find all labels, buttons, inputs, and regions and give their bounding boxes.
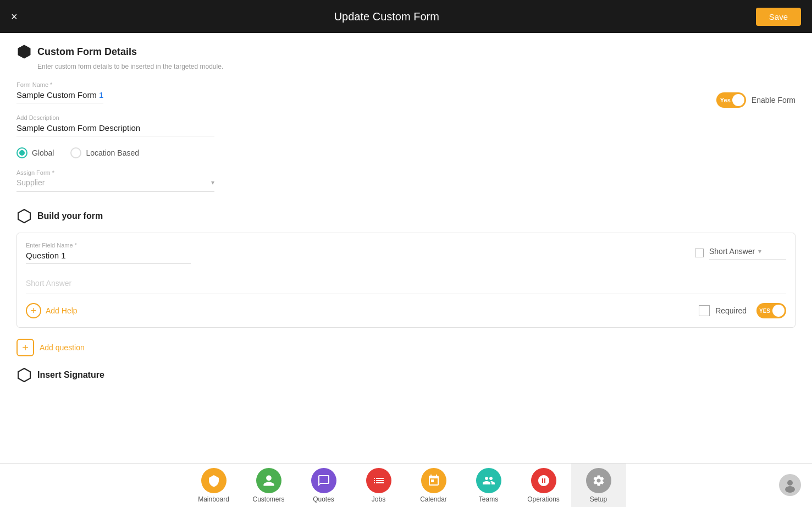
add-help-label: Add Help: [46, 306, 78, 315]
nav-label-calendar: Calendar: [420, 495, 447, 503]
nav-item-operations[interactable]: Operations: [516, 464, 571, 508]
required-toggle-knob: [772, 305, 785, 317]
question-card: Enter Field Name * Question 1 Short Answ…: [16, 233, 796, 328]
form-name-highlight: 1: [99, 90, 103, 100]
teams-icon: [476, 468, 501, 493]
nav-item-setup[interactable]: Setup: [571, 464, 626, 508]
page-title: Update Custom Form: [334, 10, 439, 23]
jobs-icon: [366, 468, 391, 493]
question-field-label: Enter Field Name *: [26, 242, 695, 249]
assign-form-select[interactable]: Supplier ▾: [16, 178, 214, 192]
dropdown-arrow-icon: ▾: [211, 179, 214, 186]
add-question-icon: +: [16, 339, 34, 356]
section-heading: Custom Form Details: [16, 44, 796, 59]
svg-marker-0: [18, 45, 30, 58]
operations-icon: [531, 468, 556, 493]
svg-point-3: [787, 480, 793, 486]
question-type-row: Short Answer ▾: [695, 247, 786, 260]
required-row: Required YES: [699, 303, 786, 318]
nav-label-setup: Setup: [590, 495, 607, 503]
add-help-circle-icon: +: [26, 303, 41, 318]
setup-icon: [586, 468, 611, 493]
nav-label-mainboard: Mainboard: [198, 495, 229, 503]
short-answer-placeholder: Short Answer: [26, 279, 71, 288]
required-label: Required: [715, 306, 747, 315]
enable-form-label: Enable Form: [752, 96, 796, 104]
form-top-row: Form Name * Sample Custom Form 1 Yes Ena…: [16, 81, 796, 114]
assign-form-group: Assign Form * Supplier ▾: [16, 169, 214, 192]
section-subtitle: Enter custom form details to be inserted…: [37, 63, 796, 70]
global-radio[interactable]: Global: [16, 147, 54, 158]
nav-label-operations: Operations: [527, 495, 560, 503]
location-radio-label: Location Based: [86, 148, 139, 157]
question-field-input[interactable]: Question 1: [26, 251, 191, 264]
add-help-button[interactable]: + Add Help: [26, 303, 78, 318]
required-checkbox[interactable]: [699, 305, 710, 316]
toggle-knob: [732, 94, 744, 106]
form-name-group: Form Name * Sample Custom Form 1: [16, 81, 103, 103]
nav-label-jobs: Jobs: [372, 495, 385, 503]
assign-form-label: Assign Form *: [16, 169, 214, 176]
build-section-title: Build your form: [37, 211, 103, 221]
question-type-text: Short Answer: [709, 247, 755, 256]
description-group: Add Description Sample Custom Form Descr…: [16, 114, 214, 136]
nav-label-teams: Teams: [479, 495, 498, 503]
description-value[interactable]: Sample Custom Form Description: [16, 123, 214, 136]
main-content: Custom Form Details Enter custom form de…: [0, 33, 812, 463]
form-name-value[interactable]: Sample Custom Form 1: [16, 90, 103, 103]
add-question-row[interactable]: + Add question: [16, 339, 796, 356]
add-question-label: Add question: [40, 343, 85, 352]
form-name-text: Sample Custom Form: [16, 90, 99, 100]
required-toggle-text: YES: [759, 308, 770, 314]
nav-label-customers: Customers: [252, 495, 284, 503]
short-answer-area[interactable]: Short Answer: [26, 273, 786, 294]
type-dropdown-arrow-icon: ▾: [758, 247, 761, 255]
question-type-select[interactable]: Short Answer ▾: [709, 247, 786, 260]
global-radio-circle: [16, 147, 27, 158]
customers-icon: [256, 468, 281, 493]
description-label: Add Description: [16, 114, 214, 121]
enable-form-row: Yes Enable Form: [716, 81, 796, 108]
avatar[interactable]: [779, 474, 801, 496]
build-hexagon-icon: [16, 208, 32, 224]
assign-form-placeholder: Supplier: [16, 178, 45, 187]
nav-item-calendar[interactable]: Calendar: [406, 464, 461, 508]
close-button[interactable]: ×: [11, 10, 18, 23]
nav-item-mainboard[interactable]: Mainboard: [186, 464, 241, 508]
signature-hexagon-icon: [16, 367, 32, 383]
required-toggle[interactable]: YES: [756, 303, 786, 318]
nav-item-customers[interactable]: Customers: [241, 464, 296, 508]
calendar-icon: [421, 468, 446, 493]
question-field-group: Enter Field Name * Question 1: [26, 242, 695, 264]
question-type-checkbox[interactable]: [695, 249, 704, 257]
header: × Update Custom Form Save: [0, 0, 812, 33]
nav-item-teams[interactable]: Teams: [461, 464, 516, 508]
toggle-yes-text: Yes: [720, 97, 731, 103]
build-section: Build your form Enter Field Name * Quest…: [16, 208, 796, 328]
enable-form-toggle[interactable]: Yes: [716, 92, 746, 108]
svg-point-4: [785, 486, 795, 493]
svg-marker-2: [18, 368, 30, 382]
section-title: Custom Form Details: [37, 46, 137, 58]
location-based-radio[interactable]: Location Based: [70, 147, 139, 158]
build-heading: Build your form: [16, 208, 796, 224]
nav-item-jobs[interactable]: Jobs: [351, 464, 406, 508]
quotes-icon: [311, 468, 336, 493]
svg-marker-1: [18, 210, 30, 223]
question-top-row: Enter Field Name * Question 1 Short Answ…: [26, 242, 786, 264]
bottom-nav: Mainboard Customers Quotes Jobs Calendar…: [0, 463, 812, 507]
scope-radio-group: Global Location Based: [16, 147, 796, 158]
insert-signature-label: Insert Signature: [37, 370, 104, 380]
mainboard-icon: [201, 468, 227, 493]
nav-item-quotes[interactable]: Quotes: [296, 464, 351, 508]
global-radio-label: Global: [32, 148, 54, 157]
location-radio-circle: [70, 147, 81, 158]
form-name-label: Form Name *: [16, 81, 103, 88]
question-bottom-row: + Add Help Required YES: [26, 303, 786, 318]
save-button[interactable]: Save: [756, 8, 801, 26]
insert-signature: Insert Signature: [16, 367, 796, 383]
hexagon-icon: [16, 44, 32, 59]
nav-label-quotes: Quotes: [313, 495, 334, 503]
